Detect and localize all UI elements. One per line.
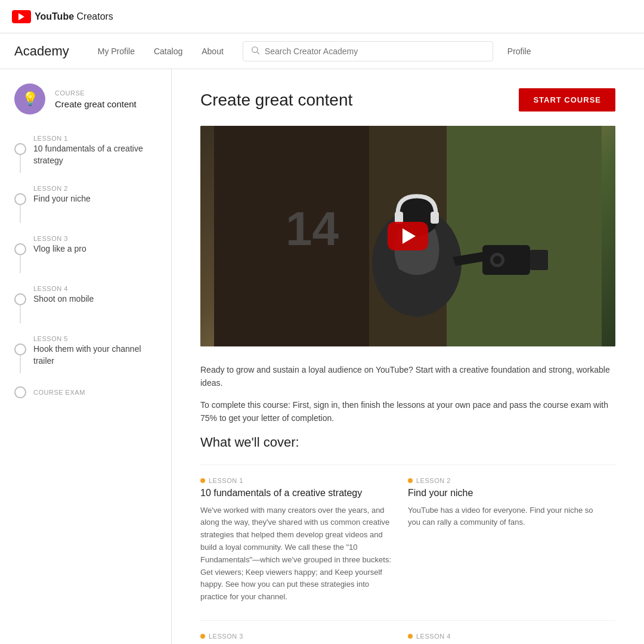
sidebar-course-exam[interactable]: COURSE EXAM <box>14 379 157 405</box>
content-header: Create great content START COURSE <box>200 88 615 112</box>
yt-wordmark: YouTube Creators <box>35 11 113 22</box>
academy-title: Academy <box>14 44 69 59</box>
svg-text:14: 14 <box>286 202 339 255</box>
sidebar: 💡 COURSE Create great content LESSON 1 1… <box>0 69 172 644</box>
lesson-4-label: LESSON 4 <box>33 285 157 292</box>
yt-icon <box>12 10 31 23</box>
lesson-dot-2 <box>408 478 413 483</box>
nav-profile[interactable]: Profile <box>507 47 531 56</box>
search-bar[interactable] <box>243 41 493 61</box>
video-play-button[interactable] <box>388 222 428 250</box>
lesson-4-info: LESSON 4 Shoot on mobile <box>33 285 157 305</box>
course-desc-1: Ready to grow and sustain a loyal audien… <box>200 363 615 390</box>
lesson-4-circle <box>14 293 26 305</box>
sidebar-course-title: Create great content <box>55 99 137 109</box>
lesson-card-1-label: LESSON 1 <box>200 477 394 484</box>
svg-rect-9 <box>431 212 439 224</box>
lesson-card-2-title: Find your niche <box>408 488 601 499</box>
lesson-5-info: LESSON 5 Hook them with your channel tra… <box>33 335 157 367</box>
sidebar-lesson-4[interactable]: LESSON 4 Shoot on mobile <box>14 279 157 329</box>
svg-point-13 <box>493 256 501 264</box>
lesson-3-label: LESSON 3 <box>33 235 157 242</box>
content-title: Create great content <box>200 91 352 110</box>
sidebar-course-label: COURSE <box>55 89 137 97</box>
lessons-grid: LESSON 1 10 fundamentals of a creative s… <box>200 465 615 644</box>
svg-point-0 <box>252 47 257 52</box>
lesson-1-title: 10 fundamentals of a creative strategy <box>33 143 157 166</box>
lesson-dot-3 <box>200 634 205 639</box>
lesson-dot-4 <box>408 634 413 639</box>
start-course-button[interactable]: START COURSE <box>519 88 615 112</box>
search-input[interactable] <box>265 47 485 56</box>
lesson-2-info: LESSON 2 Find your niche <box>33 185 157 205</box>
lesson-card-1: LESSON 1 10 fundamentals of a creative s… <box>200 465 408 620</box>
lesson-card-2: LESSON 2 Find your niche YouTube has a v… <box>408 465 615 620</box>
lesson-card-4-label: LESSON 4 <box>408 633 601 640</box>
lesson-1-circle <box>14 143 26 155</box>
svg-rect-10 <box>482 245 530 275</box>
lesson-1-info: LESSON 1 10 fundamentals of a creative s… <box>33 135 157 166</box>
course-icon: 💡 <box>14 83 45 114</box>
course-desc-2: To complete this course: First, sign in,… <box>200 398 615 425</box>
lesson-card-4: LESSON 4 Shoot on mobile Create high-qua… <box>408 620 615 644</box>
lesson-1-label: LESSON 1 <box>33 135 157 142</box>
play-icon <box>402 228 416 244</box>
lesson-5-title: Hook them with your channel trailer <box>33 343 157 367</box>
svg-rect-11 <box>530 250 548 270</box>
content-area: Create great content START COURSE 14 <box>172 69 644 644</box>
svg-rect-4 <box>447 126 602 346</box>
course-video[interactable]: 14 <box>200 126 615 346</box>
lesson-2-label: LESSON 2 <box>33 185 157 192</box>
top-bar: YouTube Creators <box>0 0 644 33</box>
sidebar-course-header: 💡 COURSE Create great content <box>0 83 171 129</box>
what-cover-title: What we'll cover: <box>200 435 615 450</box>
youtube-logo[interactable]: YouTube Creators <box>12 10 113 23</box>
lesson-3-info: LESSON 3 Vlog like a pro <box>33 235 157 255</box>
main-layout: 💡 COURSE Create great content LESSON 1 1… <box>0 69 644 644</box>
sidebar-lesson-3[interactable]: LESSON 3 Vlog like a pro <box>14 229 157 279</box>
lesson-2-circle <box>14 193 26 205</box>
lesson-card-3: LESSON 3 Vlog like a pro Learn ways to m… <box>200 620 408 644</box>
lesson-5-label: LESSON 5 <box>33 335 157 342</box>
lesson-3-title: Vlog like a pro <box>33 243 157 255</box>
lesson-card-1-desc: We've worked with many creators over the… <box>200 504 394 603</box>
lesson-card-1-title: 10 fundamentals of a creative strategy <box>200 488 394 499</box>
course-exam-label: COURSE EXAM <box>33 389 85 396</box>
search-icon <box>250 45 260 57</box>
nav-catalog[interactable]: Catalog <box>144 47 192 56</box>
sidebar-course-info: COURSE Create great content <box>55 89 137 109</box>
lesson-5-circle <box>14 343 26 355</box>
nav-about[interactable]: About <box>192 47 233 56</box>
lesson-2-title: Find your niche <box>33 193 157 205</box>
lesson-3-circle <box>14 243 26 255</box>
sidebar-lesson-5[interactable]: LESSON 5 Hook them with your channel tra… <box>14 329 157 379</box>
sidebar-lesson-2[interactable]: LESSON 2 Find your niche <box>14 179 157 229</box>
lesson-4-title: Shoot on mobile <box>33 293 157 305</box>
bulb-icon: 💡 <box>22 91 38 107</box>
lesson-dot-1 <box>200 478 205 483</box>
svg-line-1 <box>257 52 259 54</box>
lesson-card-3-label: LESSON 3 <box>200 633 394 640</box>
nav-my-profile[interactable]: My Profile <box>88 47 144 56</box>
nav-bar: Academy My Profile Catalog About Profile <box>0 33 644 69</box>
course-exam-circle <box>14 386 26 398</box>
lesson-list: LESSON 1 10 fundamentals of a creative s… <box>0 129 171 405</box>
lesson-card-2-label: LESSON 2 <box>408 477 601 484</box>
sidebar-lesson-1[interactable]: LESSON 1 10 fundamentals of a creative s… <box>14 129 157 179</box>
lesson-card-2-desc: YouTube has a video for everyone. Find y… <box>408 504 601 530</box>
